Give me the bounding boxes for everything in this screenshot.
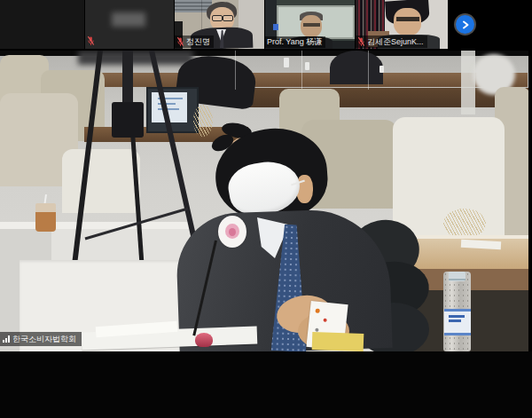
participant-name: Prof. Yang 杨谦 xyxy=(267,37,322,47)
chevron-right-icon xyxy=(461,20,470,29)
muted-mic-icon xyxy=(357,36,365,47)
main-speaker-video[interactable]: 한국소비자법학회 xyxy=(0,51,528,351)
yellow-folder xyxy=(312,332,364,351)
participant-video-2[interactable] xyxy=(85,0,174,49)
participant-name: 정진명 xyxy=(186,37,210,47)
participant-video-1[interactable] xyxy=(0,0,84,49)
letterbox-bar xyxy=(0,351,532,418)
glasses-icon xyxy=(303,23,320,27)
watermark-text: 한국소비자법학회 xyxy=(12,332,76,346)
participant-name: 김세준SejunK... xyxy=(367,37,424,47)
next-participants-button[interactable] xyxy=(456,15,474,34)
glasses-icon xyxy=(212,15,223,21)
stream-watermark: 한국소비자법학회 xyxy=(0,332,82,346)
microphone-base xyxy=(195,333,213,347)
participant-name-badge: 김세준SejunK... xyxy=(356,35,427,48)
participant-name-badge: Prof. Yang 杨谦 xyxy=(265,36,325,48)
video-conference-window: 정진명 Prof. Yang 杨谦 xyxy=(0,0,532,418)
participant-video-4[interactable]: Prof. Yang 杨谦 xyxy=(265,0,355,49)
participant-face xyxy=(394,8,421,35)
iced-coffee-cup xyxy=(35,203,56,232)
participant-video-3[interactable]: 정진명 xyxy=(175,0,264,49)
participant-name-badge: 정진명 xyxy=(175,35,214,48)
glasses-icon xyxy=(223,15,233,21)
glasses-icon xyxy=(396,17,419,21)
muted-mic-icon xyxy=(87,35,95,46)
participants-filmstrip: 정진명 Prof. Yang 杨谦 xyxy=(0,0,532,51)
bottle-label xyxy=(444,309,471,335)
participant-video-5[interactable]: 김세준SejunK... xyxy=(356,0,448,49)
blurred-video-content xyxy=(112,12,145,27)
signal-bars-icon xyxy=(3,335,10,343)
muted-mic-icon xyxy=(176,36,184,47)
